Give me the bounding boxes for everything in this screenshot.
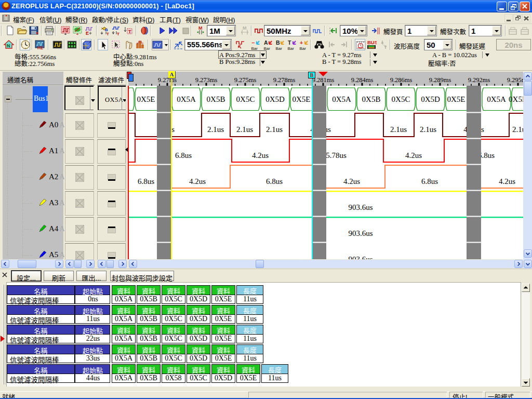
svg-text:0X5B: 0X5B	[362, 95, 381, 103]
svg-text:M: M	[243, 25, 247, 31]
svg-text:Bar: Bar	[264, 46, 271, 51]
svg-text:6.8us: 6.8us	[421, 177, 438, 185]
svg-text:6.8us: 6.8us	[266, 177, 283, 185]
svg-text:2.1us: 2.1us	[390, 125, 407, 134]
svg-text:BUS: BUS	[367, 39, 377, 45]
svg-text:9.286ms: 9.286ms	[390, 76, 413, 84]
svg-text:4.2us: 4.2us	[189, 177, 206, 185]
svg-text:2.1us: 2.1us	[207, 125, 224, 134]
svg-text:0X5D: 0X5D	[421, 95, 440, 103]
svg-text:0X5A: 0X5A	[487, 95, 506, 103]
svg-text:A: A	[264, 39, 268, 46]
svg-text:903.6us: 903.6us	[348, 255, 373, 259]
svg-text:9.275ms: 9.275ms	[234, 76, 257, 84]
svg-text:Bar: Bar	[276, 46, 283, 51]
svg-text:0X5E: 0X5E	[292, 95, 311, 103]
svg-text:Bar: Bar	[251, 46, 258, 51]
svg-text:9.273ms: 9.273ms	[195, 76, 218, 84]
svg-text:0X5E: 0X5E	[137, 95, 155, 103]
svg-text:−: −	[251, 39, 255, 46]
svg-text:Bar: Bar	[300, 46, 307, 51]
svg-text:4.2us: 4.2us	[405, 151, 422, 159]
svg-text:+: +	[300, 39, 303, 46]
svg-text:6.8us: 6.8us	[138, 177, 154, 185]
svg-text:M: M	[198, 25, 203, 31]
svg-text:T: T	[128, 29, 131, 34]
svg-text:0X5C: 0X5C	[236, 95, 255, 103]
svg-text:0X5D: 0X5D	[265, 95, 285, 103]
svg-text:B: B	[276, 39, 280, 46]
svg-text:9.295ms: 9.295ms	[507, 76, 523, 84]
svg-text:T: T	[107, 32, 109, 36]
svg-text:4.2us: 4.2us	[499, 177, 515, 185]
svg-text:H2: H2	[37, 45, 43, 50]
svg-text:0X5B: 0X5B	[207, 95, 225, 103]
svg-text:6.8us: 6.8us	[175, 151, 192, 159]
svg-text:9.278ms: 9.278ms	[273, 76, 296, 84]
svg-text:2.1us: 2.1us	[512, 125, 523, 134]
svg-text:E: E	[86, 31, 89, 36]
svg-text:4.2us: 4.2us	[252, 151, 269, 159]
svg-text:9.292ms: 9.292ms	[468, 76, 490, 84]
svg-text:0X5E: 0X5E	[447, 95, 466, 103]
svg-text:2.1us: 2.1us	[266, 125, 283, 134]
svg-text:5.78us: 5.78us	[326, 151, 347, 159]
svg-text:9.281ms: 9.281ms	[312, 76, 335, 84]
svg-text:9.289ms: 9.289ms	[429, 76, 451, 84]
svg-text:T: T	[117, 32, 119, 36]
svg-text:903.6us: 903.6us	[348, 203, 373, 211]
svg-text:2.1us: 2.1us	[420, 125, 436, 134]
svg-text:0X5B: 0X5B	[509, 95, 523, 103]
svg-text:2.1us: 2.1us	[236, 125, 253, 134]
svg-text:0X5A: 0X5A	[177, 95, 196, 103]
svg-text:0X5C: 0X5C	[392, 95, 410, 103]
svg-text:T: T	[288, 39, 291, 46]
svg-text:4.2us: 4.2us	[343, 177, 360, 185]
svg-text:0X5A: 0X5A	[332, 95, 351, 103]
svg-text:9.284ms: 9.284ms	[351, 76, 374, 84]
svg-text:N: N	[7, 43, 10, 48]
svg-text:903.6us: 903.6us	[348, 229, 373, 237]
svg-text:Bar: Bar	[288, 46, 295, 51]
